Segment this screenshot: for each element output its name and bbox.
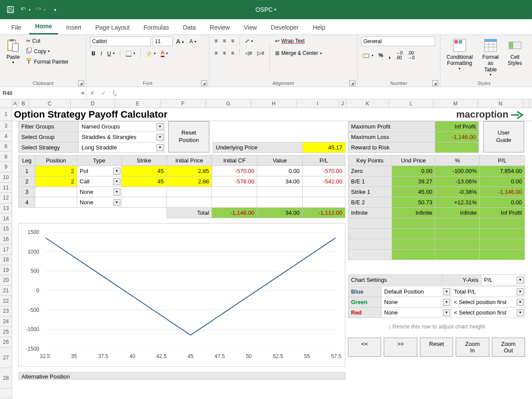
leg-type-select[interactable]: None▼ [77, 199, 121, 206]
fill-color-button[interactable]: ▾ [144, 49, 157, 58]
series-plot-select[interactable]: Total P/L▼ [451, 288, 525, 295]
tab-help[interactable]: Help [307, 20, 331, 34]
leg-initial-price[interactable]: 2.88 [167, 176, 212, 187]
row-header[interactable]: 6 [0, 142, 12, 152]
col-header[interactable]: A [12, 99, 18, 108]
tab-developer[interactable]: Developer [265, 20, 305, 34]
tab-view[interactable]: View [238, 20, 263, 34]
reset-position-button[interactable]: Reset Position [168, 121, 209, 152]
font-color-button[interactable]: A ▾ [159, 49, 170, 58]
name-box[interactable]: R48▾ [0, 87, 86, 99]
leg-position[interactable]: 2 [35, 176, 77, 187]
leg-initial-price[interactable] [167, 197, 212, 208]
strategy-select[interactable]: Long Straddle▼ [79, 144, 164, 151]
qat-customize-icon[interactable]: ▾ [50, 4, 60, 15]
bold-button[interactable]: B [90, 49, 97, 58]
col-header[interactable]: M [433, 99, 478, 108]
leg-position[interactable] [35, 197, 77, 208]
percent-button[interactable]: % [377, 51, 385, 60]
col-header[interactable]: B [18, 99, 29, 108]
tab-home[interactable]: Home [29, 19, 58, 34]
row-header[interactable]: 4 [0, 131, 12, 142]
clipboard-launcher-icon[interactable]: ◢ [78, 80, 84, 86]
row-header[interactable]: 16 [0, 234, 12, 245]
col-header[interactable] [0, 99, 12, 108]
align-left-icon[interactable]: ≡ [213, 49, 219, 57]
tab-review[interactable]: Review [204, 20, 236, 34]
leg-type-select[interactable]: Put▼ [77, 168, 121, 175]
leg-strike[interactable] [121, 197, 167, 208]
filter-groups-select[interactable]: Named Groups▼ [79, 123, 164, 130]
cancel-formula-icon[interactable]: ✕ [86, 87, 98, 99]
series-position-select[interactable]: None▼ [382, 299, 451, 306]
increase-decimal-button[interactable]: ←0.00 [394, 50, 405, 61]
series-position-select[interactable]: None▼ [382, 309, 451, 316]
row-header[interactable]: 26 [0, 337, 12, 348]
col-header[interactable]: K [346, 99, 389, 108]
alignment-launcher-icon[interactable]: ◢ [349, 80, 355, 86]
col-header[interactable]: C [29, 99, 71, 108]
format-painter-button[interactable]: Format Painter [24, 57, 70, 66]
decrease-font-icon[interactable]: A▾ [188, 37, 198, 46]
underlying-price-value[interactable]: 45.17 [303, 142, 345, 153]
accounting-format-button[interactable]: ▾ [361, 51, 375, 60]
underline-button[interactable]: U ▾ [106, 49, 116, 58]
increase-font-icon[interactable]: A▴ [174, 37, 186, 46]
cell-styles-button[interactable]: Cell Styles [506, 37, 524, 68]
tab-insert[interactable]: Insert [60, 20, 87, 34]
col-header[interactable]: G [206, 99, 251, 108]
col-header[interactable]: F [160, 99, 206, 108]
copy-button[interactable]: Copy ▾ [24, 47, 70, 56]
font-name-input[interactable] [90, 37, 151, 46]
col-header[interactable]: N [478, 99, 523, 108]
nav-zoom-out[interactable]: Zoom Out [492, 338, 525, 357]
tab-formulas[interactable]: Formulas [137, 20, 175, 34]
row-header[interactable]: 27 [0, 348, 12, 368]
row-header[interactable]: 1 [0, 108, 12, 121]
fx-icon[interactable]: fx [109, 87, 120, 99]
orientation-button[interactable]: ⤢ ▾ [243, 37, 255, 45]
nav-[interactable]: << [348, 338, 381, 357]
row-header[interactable]: 19 [0, 265, 12, 276]
series-position-select[interactable]: Default Position▼ [382, 288, 451, 295]
indent-decrease-icon[interactable]: ◁≡ [243, 49, 254, 57]
indent-increase-icon[interactable]: ▷≡ [256, 49, 266, 57]
number-launcher-icon[interactable]: ◢ [432, 80, 438, 86]
align-right-icon[interactable]: ≡ [229, 49, 236, 57]
font-size-input[interactable] [153, 37, 173, 46]
leg-initial-price[interactable] [167, 187, 212, 197]
row-header[interactable]: 20 [0, 275, 12, 286]
nav-zoom-in[interactable]: Zoom In [456, 338, 489, 357]
paste-button[interactable]: Paste ▾ [3, 37, 23, 67]
series-plot-select[interactable]: < Select position first▼ [451, 309, 525, 316]
align-center-icon[interactable]: ≡ [221, 49, 228, 57]
align-bottom-icon[interactable]: ≡ [229, 37, 236, 45]
row-header[interactable]: 28 [0, 368, 12, 389]
redo-icon[interactable]: ▾ [35, 4, 45, 15]
format-as-table-button[interactable]: Format as Table ▾ [477, 37, 504, 79]
row-header[interactable]: 18 [0, 255, 12, 265]
merge-center-button[interactable]: ⊞ Merge & Center ▾ [273, 49, 324, 57]
row-header[interactable]: 17 [0, 244, 12, 255]
nav-reset[interactable]: Reset [420, 338, 453, 357]
leg-type-select[interactable]: None▼ [77, 189, 121, 196]
user-guide-button[interactable]: User Guide [483, 121, 524, 152]
row-header[interactable]: 21 [0, 286, 12, 296]
conditional-formatting-button[interactable]: Conditional Formatting ▾ [444, 37, 475, 72]
row-header[interactable]: 15 [0, 224, 12, 234]
row-header[interactable]: 23 [0, 306, 12, 317]
comma-button[interactable]: , [387, 50, 392, 61]
row-header[interactable]: 10 [0, 172, 12, 183]
accept-formula-icon[interactable]: ✓ [98, 87, 109, 99]
col-header[interactable]: E [115, 99, 160, 108]
row-header[interactable]: 25 [0, 327, 12, 337]
cut-button[interactable]: ✂ Cut [24, 37, 70, 45]
col-header[interactable] [523, 99, 529, 108]
decrease-decimal-button[interactable]: .00→0 [406, 50, 416, 61]
row-header[interactable]: 3 [0, 121, 12, 132]
align-middle-icon[interactable]: ≡ [221, 37, 228, 45]
tab-page-layout[interactable]: Page Layout [89, 20, 136, 34]
italic-button[interactable]: I [99, 49, 104, 58]
leg-strike[interactable]: 45 [121, 166, 167, 176]
leg-strike[interactable] [121, 187, 167, 197]
